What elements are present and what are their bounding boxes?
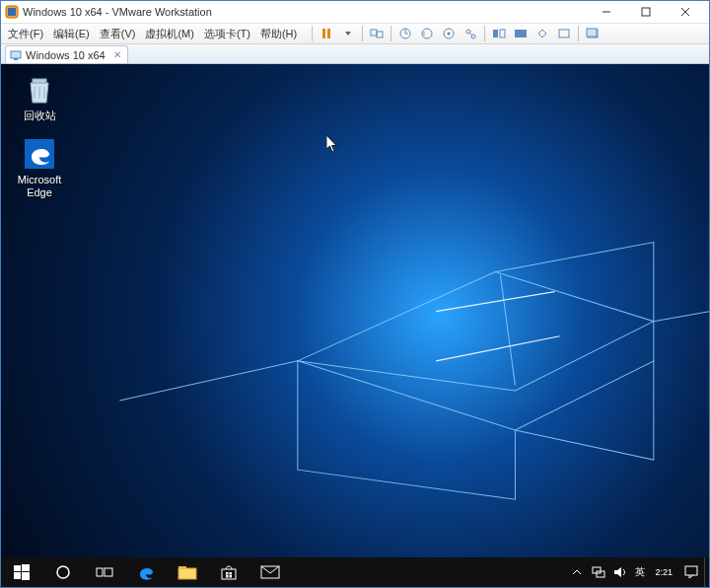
snapshot-manage-icon[interactable] [439,25,459,42]
svg-rect-22 [587,29,597,37]
svg-rect-7 [327,29,330,38]
pause-button[interactable] [317,25,336,42]
mouse-cursor-icon [326,135,338,153]
svg-rect-28 [22,564,30,571]
console-view-icon[interactable] [489,25,509,42]
svg-rect-9 [377,32,383,37]
svg-rect-44 [685,566,697,575]
snapshot-icon[interactable] [395,25,415,42]
menu-file[interactable]: 文件(F) [3,25,48,43]
cortana-button[interactable] [42,557,84,587]
send-key-icon[interactable] [367,25,387,42]
window-title: Windows 10 x64 - VMware Workstation [23,6,587,18]
svg-rect-38 [230,572,233,575]
svg-rect-17 [493,30,498,37]
vmware-window: Windows 10 x64 - VMware Workstation 文件(F… [0,0,710,588]
systray: 英 2:21 [566,557,709,587]
start-button[interactable] [1,557,42,587]
menu-tabs[interactable]: 选项卡(T) [199,25,255,43]
svg-rect-1 [8,8,16,16]
svg-rect-35 [178,566,186,569]
vm-tab-icon [10,49,22,61]
svg-rect-19 [515,30,527,37]
menu-view[interactable]: 查看(V) [95,25,141,43]
svg-rect-25 [33,79,46,83]
svg-rect-30 [22,572,30,580]
ime-indicator[interactable]: 英 [631,565,649,579]
power-dropdown-icon[interactable] [338,25,358,42]
menu-help[interactable]: 帮助(H) [255,25,302,43]
svg-rect-23 [11,51,21,58]
svg-rect-8 [371,30,377,36]
unity-icon[interactable] [532,25,552,42]
svg-rect-3 [642,8,650,16]
taskview-button[interactable] [84,557,125,587]
svg-rect-33 [105,568,112,576]
titlebar: Windows 10 x64 - VMware Workstation [1,1,709,23]
taskbar: 英 2:21 [1,557,709,587]
svg-rect-18 [500,30,505,37]
recycle-bin-image [22,72,57,108]
close-button[interactable] [666,2,705,22]
tab-close-icon[interactable]: ✕ [113,49,121,60]
edge-label: Microsoft Edge [9,174,70,199]
svg-rect-24 [14,58,18,60]
taskbar-store-button[interactable] [208,557,249,587]
svg-rect-39 [226,575,229,578]
taskbar-edge-button[interactable] [125,557,167,587]
svg-rect-40 [230,575,233,578]
show-desktop-button[interactable] [704,557,709,587]
tabbar: Windows 10 x64 ✕ [1,44,709,64]
svg-rect-27 [14,565,21,571]
menu-vm[interactable]: 虚拟机(M) [140,25,199,43]
snapshot-tree-icon[interactable] [461,25,480,42]
edge-image [22,136,57,172]
vm-tab[interactable]: Windows 10 x64 ✕ [5,45,128,63]
clock[interactable]: 2:21 [649,567,678,577]
svg-line-16 [469,33,472,36]
svg-rect-20 [559,30,569,37]
vm-tab-label: Windows 10 x64 [26,49,106,61]
toolbar [310,25,603,42]
svg-point-13 [448,33,451,36]
taskbar-mail-button[interactable] [249,557,291,587]
svg-rect-36 [222,569,236,579]
window-controls [587,2,705,22]
svg-point-31 [57,566,69,578]
svg-rect-6 [322,29,325,38]
fullscreen-icon[interactable] [554,25,574,42]
svg-rect-32 [97,568,103,576]
quick-switch-icon[interactable] [511,25,531,42]
action-center-icon[interactable] [678,565,704,579]
guest-viewport[interactable]: 回收站 Microsoft Edge [1,64,709,587]
svg-rect-29 [14,572,21,579]
recycle-bin-icon[interactable]: 回收站 [9,72,70,122]
taskbar-explorer-button[interactable] [167,557,208,587]
vmware-icon [5,5,19,19]
tray-volume-icon[interactable] [609,557,631,587]
library-icon[interactable] [583,25,603,42]
recycle-bin-label: 回收站 [24,110,56,122]
wallpaper-graphic [1,64,709,568]
clock-time: 2:21 [655,567,673,577]
desktop-icons: 回收站 Microsoft Edge [9,72,70,199]
minimize-button[interactable] [587,2,626,22]
tray-chevron-up-icon[interactable] [566,557,588,587]
snapshot-revert-icon[interactable] [417,25,437,42]
svg-rect-34 [178,568,196,579]
svg-rect-37 [226,572,229,575]
menu-edit[interactable]: 编辑(E) [48,25,95,43]
menubar: 文件(F) 编辑(E) 查看(V) 虚拟机(M) 选项卡(T) 帮助(H) [1,23,709,44]
maximize-button[interactable] [626,2,666,22]
tray-network-icon[interactable] [588,557,609,587]
edge-icon[interactable]: Microsoft Edge [9,136,70,199]
